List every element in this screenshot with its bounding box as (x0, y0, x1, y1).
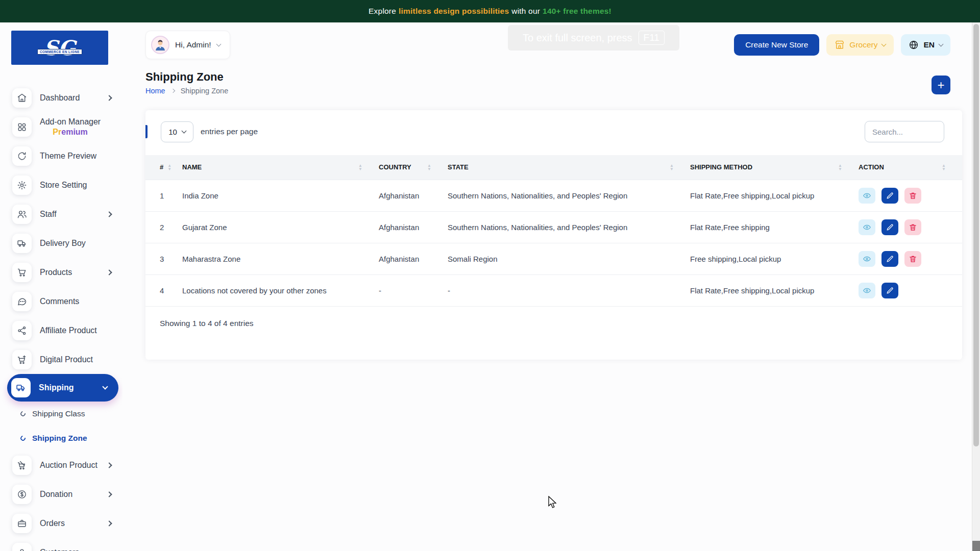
sidebar-subitem-shipping-zone[interactable]: Shipping Zone (0, 426, 122, 450)
column-header-country[interactable]: COUNTRY▲▼ (379, 155, 448, 180)
sidebar-item-comments[interactable]: Comments (0, 287, 122, 316)
zone-state: Somali Region (448, 243, 690, 274)
delete-button[interactable] (904, 219, 921, 235)
sidebar-item-store-setting[interactable]: Store Setting (0, 170, 122, 199)
store-selector-dropdown[interactable]: Grocery (826, 34, 894, 56)
zone-shipping-method: Flat Rate,Free shipping,Local pickup (690, 180, 859, 211)
scrollbar-thumb[interactable] (973, 24, 979, 446)
chevron-down-icon (216, 41, 221, 46)
column-header-method[interactable]: SHIPPING METHOD▲▼ (690, 155, 859, 180)
sidebar-item-products[interactable]: Products (0, 258, 122, 287)
sidebar-item-donation[interactable]: Donation (0, 480, 122, 509)
person-avatar-icon (154, 38, 167, 52)
premium-badge: Premium (40, 127, 101, 137)
sort-icon: ▲▼ (358, 164, 362, 171)
chevron-right-icon (106, 462, 112, 468)
sidebar-menu: Dashboard Add-on Manager Premium Theme P… (0, 83, 122, 551)
eye-icon (863, 286, 871, 295)
column-header-name[interactable]: NAME▲▼ (182, 155, 379, 180)
card-accent-bar (145, 125, 148, 138)
zone-shipping-method: Flat Rate,Free shipping,Local pickup (690, 274, 859, 306)
network-icon (17, 325, 27, 336)
chevron-right-icon (170, 89, 175, 93)
column-header-state[interactable]: STATE▲▼ (448, 155, 690, 180)
zone-country: - (379, 274, 448, 306)
table-header-row: #▲▼ NAME▲▼ COUNTRY▲▼ STATE▲▼ SHIPPING ME… (145, 155, 962, 180)
gear-icon (17, 180, 27, 190)
column-header-action[interactable]: ACTION▲▼ (859, 155, 962, 180)
sidebar-item-orders[interactable]: Orders (0, 509, 122, 538)
sort-icon: ▲▼ (838, 164, 842, 171)
table-row: 3 Maharastra Zone Afghanistan Somali Reg… (145, 243, 962, 274)
sidebar-item-shipping[interactable]: Shipping (7, 374, 118, 402)
globe-icon (909, 40, 919, 50)
sidebar: SG COMMERCE EN LIGNE Dashboard Add-on Ma… (0, 22, 122, 551)
row-number: 2 (145, 211, 182, 243)
sidebar-item-staff[interactable]: Staff (0, 199, 122, 229)
table-row: 1 India Zone Afghanistan Southern Nation… (145, 180, 962, 211)
chevron-down-icon (181, 128, 186, 133)
delete-button[interactable] (904, 188, 921, 204)
circle-icon (19, 410, 27, 417)
zone-name: Gujarat Zone (182, 211, 379, 243)
sidebar-item-auction-product[interactable]: Auction Product (0, 450, 122, 480)
breadcrumb-home-link[interactable]: Home (145, 87, 165, 95)
entries-per-page-select[interactable]: 10 (161, 121, 193, 142)
view-button[interactable] (859, 251, 875, 267)
add-zone-button[interactable]: + (932, 76, 950, 94)
language-dropdown[interactable]: EN (901, 34, 950, 56)
zone-name: Locations not covered by your other zone… (182, 274, 379, 306)
shipping-zone-card: 10 entries per page #▲▼ NAME▲▼ COUNTRY▲▼… (145, 110, 962, 360)
vertical-scrollbar[interactable] (972, 22, 980, 551)
sidebar-item-customers[interactable]: Customers (0, 538, 122, 551)
avatar (151, 36, 169, 54)
create-new-store-button[interactable]: Create New Store (734, 34, 819, 56)
eye-icon (863, 255, 871, 263)
table-summary: Showing 1 to 4 of 4 entries (160, 319, 962, 328)
chevron-down-icon (102, 384, 108, 389)
grid-icon (17, 122, 27, 132)
logo-ribbon: COMMERCE EN LIGNE (37, 49, 82, 55)
truck-icon (17, 238, 27, 248)
edit-button[interactable] (881, 251, 898, 267)
banner-text: Explore (369, 7, 396, 16)
sidebar-item-theme-preview[interactable]: Theme Preview (0, 141, 122, 170)
admin-menu[interactable]: Hi, Admin! (145, 31, 230, 59)
dollar-circle-icon (17, 489, 27, 499)
edit-button[interactable] (881, 283, 898, 298)
eye-icon (863, 191, 871, 200)
zone-shipping-method: Flat Rate,Free shipping (690, 211, 859, 243)
sidebar-item-digital-product[interactable]: Digital Product (0, 345, 122, 374)
chevron-down-icon (881, 41, 887, 46)
banner-highlight-design[interactable]: limitless design possibilities (399, 7, 509, 16)
view-button[interactable] (859, 219, 875, 235)
sidebar-item-dashboard[interactable]: Dashboard (0, 83, 122, 112)
store-selector-label: Grocery (849, 40, 877, 49)
edit-button[interactable] (881, 188, 898, 204)
view-button[interactable] (859, 188, 875, 204)
search-input[interactable] (865, 121, 944, 142)
sidebar-item-addon-manager[interactable]: Add-on Manager Premium (0, 112, 122, 141)
banner-highlight-themes[interactable]: 140+ free themes! (543, 7, 611, 16)
sidebar-item-delivery-boy[interactable]: Delivery Boy (0, 229, 122, 258)
sidebar-item-label: Add-on Manager (40, 117, 101, 126)
edit-button[interactable] (881, 219, 898, 235)
row-number: 3 (145, 243, 182, 274)
f11-key-badge: F11 (639, 31, 665, 45)
storefront-icon (835, 40, 845, 50)
view-button[interactable] (859, 283, 875, 298)
sidebar-item-affiliate-product[interactable]: Affiliate Product (0, 316, 122, 345)
zone-name: Maharastra Zone (182, 243, 379, 274)
admin-greeting: Hi, Admin! (175, 40, 211, 49)
brand-logo[interactable]: SG COMMERCE EN LIGNE (11, 31, 108, 65)
sidebar-subitem-shipping-class[interactable]: Shipping Class (0, 402, 122, 426)
entries-label: entries per page (201, 127, 258, 136)
chevron-right-icon (106, 491, 112, 497)
main-content: Hi, Admin! Create New Store Grocery EN (122, 22, 980, 551)
sort-icon: ▲▼ (670, 164, 674, 171)
column-header-num[interactable]: #▲▼ (145, 155, 182, 180)
breadcrumb: Home Shipping Zone (145, 87, 962, 95)
breadcrumb-current: Shipping Zone (181, 87, 229, 95)
sort-icon: ▲▼ (167, 164, 172, 171)
delete-button[interactable] (904, 251, 921, 267)
